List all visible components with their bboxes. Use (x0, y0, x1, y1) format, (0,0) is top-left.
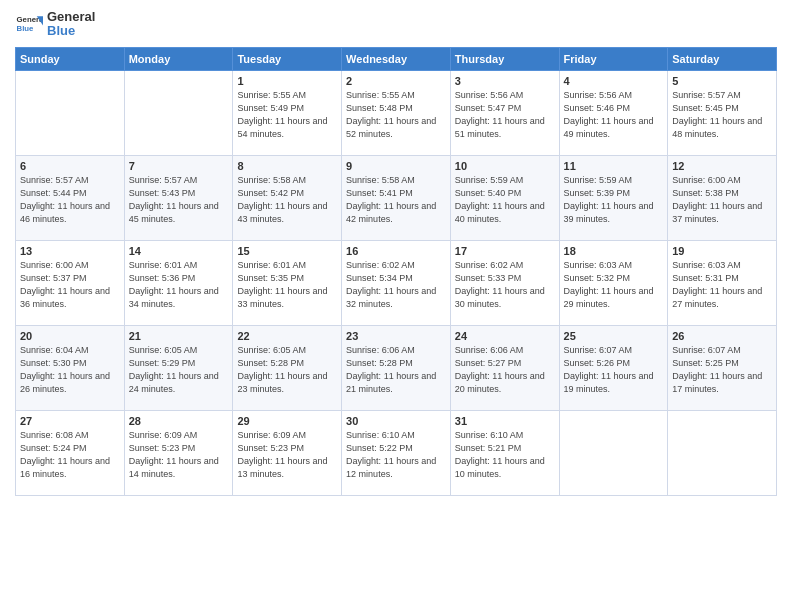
calendar-cell: 3Sunrise: 5:56 AM Sunset: 5:47 PM Daylig… (450, 70, 559, 155)
day-number: 5 (672, 75, 772, 87)
calendar-cell: 12Sunrise: 6:00 AM Sunset: 5:38 PM Dayli… (668, 155, 777, 240)
day-info: Sunrise: 6:02 AM Sunset: 5:34 PM Dayligh… (346, 259, 446, 311)
calendar-cell (16, 70, 125, 155)
calendar-cell: 5Sunrise: 5:57 AM Sunset: 5:45 PM Daylig… (668, 70, 777, 155)
day-number: 3 (455, 75, 555, 87)
calendar-cell: 6Sunrise: 5:57 AM Sunset: 5:44 PM Daylig… (16, 155, 125, 240)
logo: General Blue General Blue (15, 10, 95, 39)
day-info: Sunrise: 6:10 AM Sunset: 5:22 PM Dayligh… (346, 429, 446, 481)
weekday-header: Sunday (16, 47, 125, 70)
day-info: Sunrise: 6:01 AM Sunset: 5:36 PM Dayligh… (129, 259, 229, 311)
day-info: Sunrise: 5:55 AM Sunset: 5:49 PM Dayligh… (237, 89, 337, 141)
day-info: Sunrise: 5:57 AM Sunset: 5:44 PM Dayligh… (20, 174, 120, 226)
day-number: 21 (129, 330, 229, 342)
day-number: 4 (564, 75, 664, 87)
calendar-week-row: 1Sunrise: 5:55 AM Sunset: 5:49 PM Daylig… (16, 70, 777, 155)
calendar-cell: 8Sunrise: 5:58 AM Sunset: 5:42 PM Daylig… (233, 155, 342, 240)
logo-icon: General Blue (15, 10, 43, 38)
calendar-cell (124, 70, 233, 155)
calendar-week-row: 13Sunrise: 6:00 AM Sunset: 5:37 PM Dayli… (16, 240, 777, 325)
day-number: 16 (346, 245, 446, 257)
calendar-cell (559, 410, 668, 495)
day-info: Sunrise: 5:56 AM Sunset: 5:46 PM Dayligh… (564, 89, 664, 141)
day-info: Sunrise: 6:10 AM Sunset: 5:21 PM Dayligh… (455, 429, 555, 481)
day-number: 13 (20, 245, 120, 257)
calendar-cell: 15Sunrise: 6:01 AM Sunset: 5:35 PM Dayli… (233, 240, 342, 325)
calendar-cell: 2Sunrise: 5:55 AM Sunset: 5:48 PM Daylig… (342, 70, 451, 155)
calendar-cell: 13Sunrise: 6:00 AM Sunset: 5:37 PM Dayli… (16, 240, 125, 325)
calendar-cell: 11Sunrise: 5:59 AM Sunset: 5:39 PM Dayli… (559, 155, 668, 240)
page: General Blue General Blue SundayMondayTu… (0, 0, 792, 612)
calendar-cell: 24Sunrise: 6:06 AM Sunset: 5:27 PM Dayli… (450, 325, 559, 410)
calendar-cell: 10Sunrise: 5:59 AM Sunset: 5:40 PM Dayli… (450, 155, 559, 240)
weekday-header: Monday (124, 47, 233, 70)
calendar-cell: 16Sunrise: 6:02 AM Sunset: 5:34 PM Dayli… (342, 240, 451, 325)
day-info: Sunrise: 6:01 AM Sunset: 5:35 PM Dayligh… (237, 259, 337, 311)
day-number: 18 (564, 245, 664, 257)
day-number: 10 (455, 160, 555, 172)
day-number: 30 (346, 415, 446, 427)
day-number: 11 (564, 160, 664, 172)
calendar-cell (668, 410, 777, 495)
weekday-header: Saturday (668, 47, 777, 70)
day-number: 27 (20, 415, 120, 427)
calendar-cell: 17Sunrise: 6:02 AM Sunset: 5:33 PM Dayli… (450, 240, 559, 325)
day-info: Sunrise: 5:55 AM Sunset: 5:48 PM Dayligh… (346, 89, 446, 141)
calendar-cell: 21Sunrise: 6:05 AM Sunset: 5:29 PM Dayli… (124, 325, 233, 410)
day-number: 26 (672, 330, 772, 342)
day-number: 8 (237, 160, 337, 172)
calendar-table: SundayMondayTuesdayWednesdayThursdayFrid… (15, 47, 777, 496)
day-number: 2 (346, 75, 446, 87)
weekday-header-row: SundayMondayTuesdayWednesdayThursdayFrid… (16, 47, 777, 70)
calendar-cell: 7Sunrise: 5:57 AM Sunset: 5:43 PM Daylig… (124, 155, 233, 240)
day-number: 28 (129, 415, 229, 427)
calendar-cell: 25Sunrise: 6:07 AM Sunset: 5:26 PM Dayli… (559, 325, 668, 410)
day-number: 1 (237, 75, 337, 87)
calendar-week-row: 6Sunrise: 5:57 AM Sunset: 5:44 PM Daylig… (16, 155, 777, 240)
day-info: Sunrise: 6:05 AM Sunset: 5:29 PM Dayligh… (129, 344, 229, 396)
day-number: 14 (129, 245, 229, 257)
day-number: 20 (20, 330, 120, 342)
day-number: 19 (672, 245, 772, 257)
calendar-week-row: 27Sunrise: 6:08 AM Sunset: 5:24 PM Dayli… (16, 410, 777, 495)
day-number: 6 (20, 160, 120, 172)
day-number: 31 (455, 415, 555, 427)
day-info: Sunrise: 6:07 AM Sunset: 5:26 PM Dayligh… (564, 344, 664, 396)
day-number: 22 (237, 330, 337, 342)
day-info: Sunrise: 6:04 AM Sunset: 5:30 PM Dayligh… (20, 344, 120, 396)
calendar-cell: 19Sunrise: 6:03 AM Sunset: 5:31 PM Dayli… (668, 240, 777, 325)
day-info: Sunrise: 5:59 AM Sunset: 5:39 PM Dayligh… (564, 174, 664, 226)
day-number: 29 (237, 415, 337, 427)
weekday-header: Friday (559, 47, 668, 70)
day-number: 12 (672, 160, 772, 172)
calendar-cell: 20Sunrise: 6:04 AM Sunset: 5:30 PM Dayli… (16, 325, 125, 410)
logo-general: General (47, 10, 95, 24)
day-info: Sunrise: 6:03 AM Sunset: 5:32 PM Dayligh… (564, 259, 664, 311)
calendar-cell: 30Sunrise: 6:10 AM Sunset: 5:22 PM Dayli… (342, 410, 451, 495)
calendar-cell: 26Sunrise: 6:07 AM Sunset: 5:25 PM Dayli… (668, 325, 777, 410)
calendar-cell: 18Sunrise: 6:03 AM Sunset: 5:32 PM Dayli… (559, 240, 668, 325)
day-info: Sunrise: 5:57 AM Sunset: 5:45 PM Dayligh… (672, 89, 772, 141)
header: General Blue General Blue (15, 10, 777, 39)
day-number: 23 (346, 330, 446, 342)
day-info: Sunrise: 6:06 AM Sunset: 5:27 PM Dayligh… (455, 344, 555, 396)
day-info: Sunrise: 5:58 AM Sunset: 5:41 PM Dayligh… (346, 174, 446, 226)
weekday-header: Tuesday (233, 47, 342, 70)
day-info: Sunrise: 6:00 AM Sunset: 5:37 PM Dayligh… (20, 259, 120, 311)
calendar-cell: 4Sunrise: 5:56 AM Sunset: 5:46 PM Daylig… (559, 70, 668, 155)
day-info: Sunrise: 6:07 AM Sunset: 5:25 PM Dayligh… (672, 344, 772, 396)
calendar-cell: 31Sunrise: 6:10 AM Sunset: 5:21 PM Dayli… (450, 410, 559, 495)
calendar-cell: 22Sunrise: 6:05 AM Sunset: 5:28 PM Dayli… (233, 325, 342, 410)
day-info: Sunrise: 6:03 AM Sunset: 5:31 PM Dayligh… (672, 259, 772, 311)
calendar-cell: 28Sunrise: 6:09 AM Sunset: 5:23 PM Dayli… (124, 410, 233, 495)
day-info: Sunrise: 6:06 AM Sunset: 5:28 PM Dayligh… (346, 344, 446, 396)
day-info: Sunrise: 6:09 AM Sunset: 5:23 PM Dayligh… (237, 429, 337, 481)
weekday-header: Thursday (450, 47, 559, 70)
calendar-cell: 1Sunrise: 5:55 AM Sunset: 5:49 PM Daylig… (233, 70, 342, 155)
day-info: Sunrise: 5:56 AM Sunset: 5:47 PM Dayligh… (455, 89, 555, 141)
day-info: Sunrise: 6:09 AM Sunset: 5:23 PM Dayligh… (129, 429, 229, 481)
calendar-cell: 9Sunrise: 5:58 AM Sunset: 5:41 PM Daylig… (342, 155, 451, 240)
svg-text:Blue: Blue (17, 24, 35, 33)
day-number: 25 (564, 330, 664, 342)
day-info: Sunrise: 6:02 AM Sunset: 5:33 PM Dayligh… (455, 259, 555, 311)
